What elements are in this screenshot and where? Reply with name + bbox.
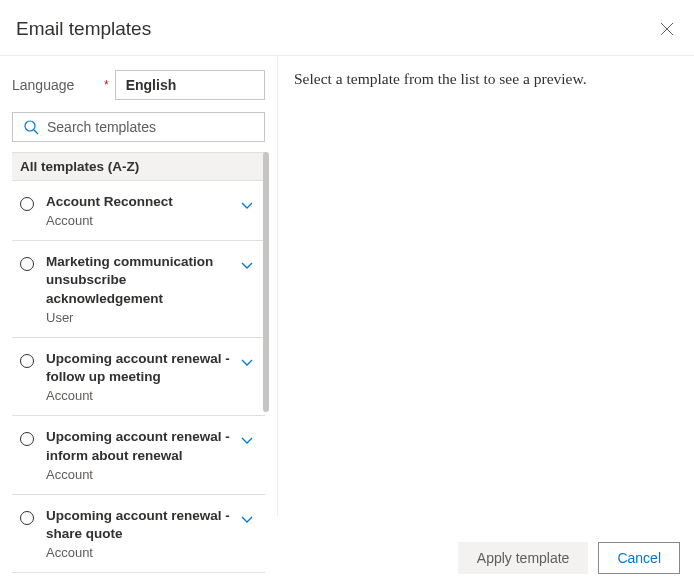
template-item-title: Account Reconnect [46,193,235,211]
close-icon [660,22,674,36]
template-item-subtitle: Account [46,467,235,482]
language-label: Language [12,77,108,93]
template-item-subtitle: Account [46,388,235,403]
radio-unselected[interactable] [20,511,34,525]
radio-unselected[interactable] [20,197,34,211]
radio-unselected[interactable] [20,257,34,271]
scrollbar-thumb[interactable] [263,152,269,412]
dialog-content: Language * English All templates (A-Z) A… [0,56,694,516]
chevron-down-icon[interactable] [239,257,255,273]
template-list: All templates (A-Z) Account Reconnect Ac… [12,152,265,573]
template-item-title: Marketing communication unsubscribe ackn… [46,253,235,308]
list-section-header: All templates (A-Z) [12,152,265,181]
template-item[interactable]: Marketing communication unsubscribe ackn… [12,241,265,338]
search-icon [23,119,39,135]
language-select[interactable]: English [115,70,265,100]
template-item[interactable]: Upcoming account renewal - inform about … [12,416,265,494]
template-item-text: Account Reconnect Account [46,193,239,228]
template-item[interactable]: Upcoming account renewal - follow up mee… [12,338,265,416]
preview-panel: Select a template from the list to see a… [278,56,694,516]
template-item[interactable]: Account Reconnect Account [12,181,265,241]
svg-point-0 [25,121,35,131]
template-item-text: Upcoming account renewal - inform about … [46,428,239,481]
dialog-header: Email templates [0,0,694,56]
required-indicator: * [104,78,109,92]
dialog-footer: Apply template Cancel [0,532,694,584]
template-item-text: Marketing communication unsubscribe ackn… [46,253,239,325]
radio-unselected[interactable] [20,354,34,368]
preview-placeholder-text: Select a template from the list to see a… [294,70,678,88]
radio-unselected[interactable] [20,432,34,446]
apply-template-button[interactable]: Apply template [458,542,589,574]
svg-line-1 [34,130,38,134]
template-item-subtitle: Account [46,213,235,228]
search-box[interactable] [12,112,265,142]
template-item-title: Upcoming account renewal - follow up mee… [46,350,235,386]
chevron-down-icon[interactable] [239,511,255,527]
left-panel: Language * English All templates (A-Z) A… [0,56,278,516]
chevron-down-icon[interactable] [239,432,255,448]
template-item-subtitle: User [46,310,235,325]
language-field: Language * English [12,70,265,100]
search-input[interactable] [47,119,254,135]
close-button[interactable] [656,18,678,43]
chevron-down-icon[interactable] [239,354,255,370]
dialog-title: Email templates [16,18,151,40]
chevron-down-icon[interactable] [239,197,255,213]
cancel-button[interactable]: Cancel [598,542,680,574]
template-item-text: Upcoming account renewal - follow up mee… [46,350,239,403]
template-item-title: Upcoming account renewal - inform about … [46,428,235,464]
